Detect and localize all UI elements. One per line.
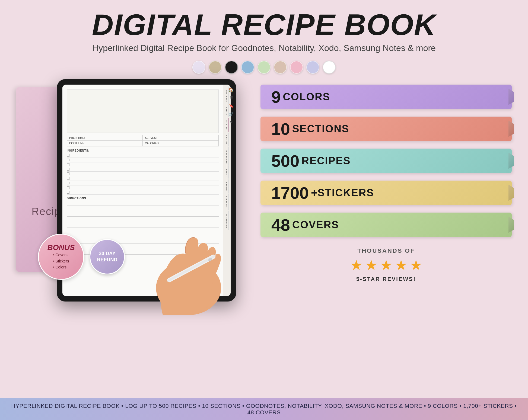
ingredient-checkbox [67, 182, 69, 184]
ingredient-checkbox [67, 154, 69, 157]
direction-line [67, 201, 219, 206]
header: DIGITAL RECIPE BOOK Hyperlinked Digital … [0, 0, 528, 56]
ingredient-checkbox [67, 163, 69, 166]
star-3: ★ [380, 257, 393, 273]
refund-text: 30 DAYREFUND [97, 251, 117, 263]
ingredient-row [67, 181, 219, 185]
star-5: ★ [410, 257, 422, 273]
ingredient-row [67, 176, 219, 181]
ingredient-row [67, 185, 219, 190]
stars-row: ★ ★ ★ ★ ★ [260, 257, 512, 273]
swatch-beige[interactable] [274, 61, 287, 74]
back-book-title: Recip [31, 206, 61, 217]
recipe-image-area [67, 89, 219, 133]
ingredient-checkbox [67, 168, 69, 171]
footer-bar: HYPERLINKED DIGITAL RECIPE BOOK • LOG UP… [0, 398, 528, 420]
tab-desserts[interactable]: DESSERTS [225, 194, 229, 210]
swatch-green[interactable] [257, 61, 271, 74]
ingredients-title: INGREDIENTS: [67, 149, 219, 152]
badge-number-covers: 48 [271, 215, 290, 235]
bonus-item-stickers: Stickers [53, 258, 69, 264]
tab-dinner[interactable]: DINNER [225, 179, 229, 193]
ingredient-checkbox [67, 172, 69, 175]
tab-salads[interactable]: SALADS [225, 118, 229, 132]
swatch-black[interactable] [225, 61, 238, 74]
direction-line [67, 206, 219, 211]
color-swatches-row [0, 61, 528, 74]
main-content: Recip 🏠 ☰ 🔖 🛒 ⚙ PREP. TIME: [0, 79, 528, 302]
serves-label: SERVES: [143, 135, 218, 141]
home-icon: 🏠 [228, 87, 234, 93]
swatch-blue[interactable] [241, 61, 254, 74]
badge-number-colors: 9 [271, 87, 281, 107]
prep-time-label: PREP. TIME: [67, 135, 143, 141]
ingredient-checkbox [67, 191, 69, 194]
badge-label-covers: COVERS [292, 219, 339, 231]
badge-number-sections: 10 [271, 119, 290, 139]
star-1: ★ [350, 257, 363, 273]
cart-icon: 🛒 [228, 112, 234, 117]
badge-number-stickers: 1700 [271, 183, 309, 203]
recipe-info-grid: PREP. TIME: SERVES: COOK TIME: CALORIES: [67, 135, 219, 146]
star-4: ★ [395, 257, 408, 273]
feature-badge-colors: 9 COLORS [260, 85, 512, 109]
directions-title: DIRECTIONS: [67, 197, 219, 200]
swatch-lavender[interactable] [192, 61, 205, 74]
tab-lunch[interactable]: LUNCH [225, 166, 229, 179]
menu-icon: ☰ [228, 95, 234, 101]
badge-number-recipes: 500 [271, 151, 299, 171]
badge-label-sections: SECTIONS [292, 123, 349, 135]
feature-badge-covers: 48 COVERS [260, 213, 512, 237]
settings-icon: ⚙ [228, 120, 234, 125]
bonus-title: BONUS [47, 243, 75, 252]
reviews-thousands-label: THOUSANDS OF [260, 247, 512, 254]
swatch-pink[interactable] [290, 61, 303, 74]
star-2: ★ [365, 257, 378, 273]
ingredient-checkbox [67, 186, 69, 189]
bookmark-icon: 🔖 [228, 104, 234, 109]
swatch-tan[interactable] [209, 61, 222, 74]
ingredient-checkbox [67, 177, 69, 180]
swatch-white[interactable] [323, 61, 336, 74]
badge-plus-stickers: + [311, 186, 318, 199]
tab-starters[interactable]: STARTERS [225, 87, 229, 104]
bonus-item-colors: Colors [53, 264, 69, 270]
footer-text: HYPERLINKED DIGITAL RECIPE BOOK • LOG UP… [11, 403, 517, 416]
ingredient-row [67, 153, 219, 158]
feature-badge-stickers: 1700 + STICKERS [260, 181, 512, 205]
badge-label-recipes: RECIPES [301, 155, 351, 167]
cook-time-label: COOK TIME: [67, 141, 143, 146]
refund-circle: 30 DAYREFUND [90, 239, 125, 274]
badge-label-stickers: STICKERS [317, 187, 374, 199]
ingredient-checkbox [67, 159, 69, 161]
bonus-list: Covers Stickers Colors [53, 252, 69, 270]
ingredient-row [67, 167, 219, 172]
ingredient-row [67, 162, 219, 167]
badge-label-colors: COLORS [283, 91, 330, 103]
feature-badge-sections: 10 SECTIONS [260, 117, 512, 141]
bonus-item-covers: Covers [53, 252, 69, 258]
page-subtitle: Hyperlinked Digital Recipe Book for Good… [5, 43, 523, 53]
tab-sauces[interactable]: SAUCES [225, 133, 229, 146]
ingredient-row [67, 158, 219, 162]
page-title: DIGITAL RECIPE BOOK [5, 8, 523, 41]
swatch-periwinkle[interactable] [306, 61, 319, 74]
calories-label: CALORIES: [143, 141, 218, 146]
tablet-area: Recip 🏠 ☰ 🔖 🛒 ⚙ PREP. TIME: [16, 79, 239, 302]
reviews-sub-label: 5-STAR REVIEWS! [260, 276, 512, 282]
feature-badge-recipes: 500 RECIPES [260, 149, 512, 173]
ingredient-row [67, 190, 219, 195]
bonus-circle: BONUS Covers Stickers Colors [38, 234, 84, 280]
tab-breakfast[interactable]: BREAKFAST [225, 147, 229, 166]
ingredients-section: INGREDIENTS: [67, 149, 219, 195]
reviews-section: THOUSANDS OF ★ ★ ★ ★ ★ 5-STAR REVIEWS! [260, 247, 512, 282]
tab-soups[interactable]: SOUPS [225, 105, 229, 117]
ingredient-row [67, 172, 219, 176]
features-panel: 9 COLORS 10 SECTIONS 500 RECIPES 1700 + … [250, 79, 512, 282]
hand-illustration [141, 212, 236, 315]
bonus-area: BONUS Covers Stickers Colors 30 DAYREFUN… [38, 234, 125, 280]
